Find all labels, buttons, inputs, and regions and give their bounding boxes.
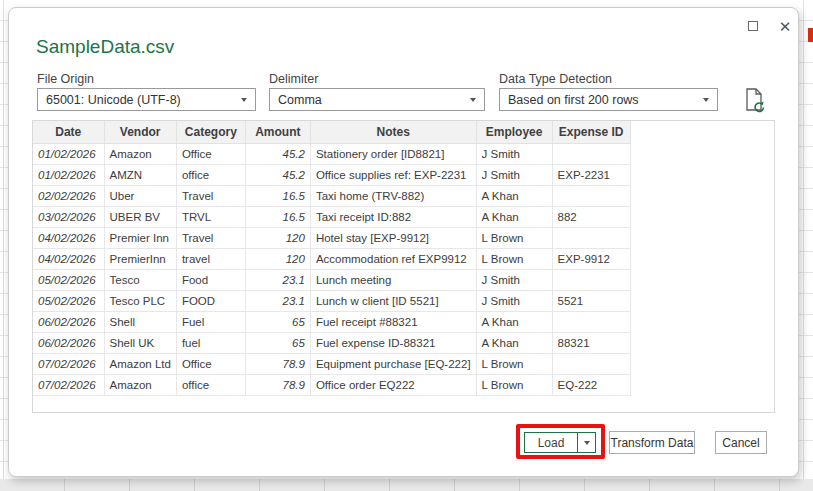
table-cell: 05/02/2026 [33, 290, 104, 311]
table-cell: Office [176, 353, 245, 374]
table-cell: 16.5 [245, 185, 310, 206]
table-cell: 65 [245, 311, 310, 332]
file-origin-value: 65001: Unicode (UTF-8) [46, 93, 235, 107]
column-header: Expense ID [552, 121, 630, 143]
table-cell: Travel [176, 185, 245, 206]
table-cell: Lunch meeting [310, 269, 476, 290]
table-cell: 78.9 [245, 374, 310, 395]
table-cell: travel [176, 248, 245, 269]
data-type-detection-dropdown[interactable]: Based on first 200 rows [499, 88, 718, 111]
table-cell: EQ-222 [552, 374, 630, 395]
table-cell: 03/02/2026 [33, 206, 104, 227]
table-cell: Tesco PLC [104, 290, 176, 311]
transform-data-button[interactable]: Transform Data [609, 431, 695, 454]
table-cell [552, 227, 630, 248]
table-cell: Tesco [104, 269, 176, 290]
cancel-button[interactable]: Cancel [715, 431, 767, 454]
table-cell: UBER BV [104, 206, 176, 227]
delimiter-value: Comma [278, 93, 464, 107]
maximize-button[interactable] [744, 17, 762, 35]
table-cell: A Khan [476, 332, 552, 353]
table-cell: J Smith [476, 290, 552, 311]
data-preview-panel: DateVendorCategoryAmountNotesEmployeeExp… [32, 120, 775, 413]
table-cell [552, 353, 630, 374]
table-cell: Office [176, 143, 245, 164]
table-cell: EXP-9912 [552, 248, 630, 269]
file-refresh-glyph [742, 87, 768, 113]
table-cell: Office supplies ref: EXP-2231 [310, 164, 476, 185]
table-cell [552, 269, 630, 290]
table-row: 01/02/2026AmazonOffice45.2Stationery ord… [33, 143, 630, 164]
table-cell: 65 [245, 332, 310, 353]
table-cell: Food [176, 269, 245, 290]
table-cell [552, 185, 630, 206]
load-button[interactable]: Load [525, 433, 577, 452]
table-cell: Office order EQ222 [310, 374, 476, 395]
table-cell: Stationery order [ID8821] [310, 143, 476, 164]
table-cell: PremierInn [104, 248, 176, 269]
table-row: 01/02/2026AMZNoffice45.2Office supplies … [33, 164, 630, 185]
table-cell [552, 311, 630, 332]
close-button[interactable]: ✕ [776, 17, 794, 35]
table-cell: office [176, 164, 245, 185]
table-cell: 78.9 [245, 353, 310, 374]
table-row: 07/02/2026Amazonoffice78.9Office order E… [33, 374, 630, 395]
column-header: Date [33, 121, 104, 143]
load-dropdown-button[interactable] [577, 433, 595, 452]
excel-row-strip [0, 479, 813, 491]
table-cell: 23.1 [245, 269, 310, 290]
table-cell: AMZN [104, 164, 176, 185]
table-cell: Amazon Ltd [104, 353, 176, 374]
column-header: Vendor [104, 121, 176, 143]
table-row: 05/02/2026Tesco PLCFOOD23.1Lunch w clien… [33, 290, 630, 311]
background-red-mark [808, 28, 813, 42]
table-cell: Lunch w client [ID 5521] [310, 290, 476, 311]
table-cell: FOOD [176, 290, 245, 311]
table-cell: 23.1 [245, 290, 310, 311]
table-cell: 45.2 [245, 143, 310, 164]
table-cell: L Brown [476, 248, 552, 269]
table-cell: 02/02/2026 [33, 185, 104, 206]
delimiter-dropdown[interactable]: Comma [269, 88, 485, 111]
preview-table: DateVendorCategoryAmountNotesEmployeeExp… [33, 121, 631, 396]
table-cell: 06/02/2026 [33, 311, 104, 332]
file-refresh-icon[interactable] [742, 87, 768, 113]
delimiter-label: Delimiter [269, 72, 318, 86]
table-cell: J Smith [476, 143, 552, 164]
page-title: SampleData.csv [36, 36, 174, 58]
table-row: 03/02/2026UBER BVTRVL16.5Taxi receipt ID… [33, 206, 630, 227]
excel-gridline [3, 0, 4, 491]
table-cell: 04/02/2026 [33, 227, 104, 248]
chevron-down-icon [584, 441, 590, 445]
table-cell: J Smith [476, 269, 552, 290]
table-cell: Travel [176, 227, 245, 248]
table-cell: Shell [104, 311, 176, 332]
table-cell: Hotel stay [EXP-9912] [310, 227, 476, 248]
file-origin-dropdown[interactable]: 65001: Unicode (UTF-8) [37, 88, 256, 111]
table-cell: L Brown [476, 353, 552, 374]
column-header: Amount [245, 121, 310, 143]
table-cell: 882 [552, 206, 630, 227]
table-cell: Premier Inn [104, 227, 176, 248]
table-cell: office [176, 374, 245, 395]
data-type-detection-value: Based on first 200 rows [508, 93, 697, 107]
column-header: Employee [476, 121, 552, 143]
table-header-row: DateVendorCategoryAmountNotesEmployeeExp… [33, 121, 630, 143]
table-cell: 5521 [552, 290, 630, 311]
chevron-down-icon [470, 98, 476, 102]
column-header: Notes [310, 121, 476, 143]
table-cell: A Khan [476, 206, 552, 227]
file-origin-label: File Origin [37, 72, 94, 86]
table-row: 06/02/2026ShellFuel65Fuel receipt #88321… [33, 311, 630, 332]
table-cell: L Brown [476, 374, 552, 395]
table-cell: Shell UK [104, 332, 176, 353]
table-cell: A Khan [476, 311, 552, 332]
csv-import-dialog: ✕ SampleData.csv File Origin 65001: Unic… [8, 7, 799, 477]
table-row: 04/02/2026Premier InnTravel120Hotel stay… [33, 227, 630, 248]
table-row: 06/02/2026Shell UKfuel65Fuel expense ID-… [33, 332, 630, 353]
chevron-down-icon [703, 98, 709, 102]
data-type-detection-label: Data Type Detection [499, 72, 612, 86]
table-cell: 01/02/2026 [33, 164, 104, 185]
table-cell: Fuel [176, 311, 245, 332]
excel-gridline [803, 0, 804, 491]
